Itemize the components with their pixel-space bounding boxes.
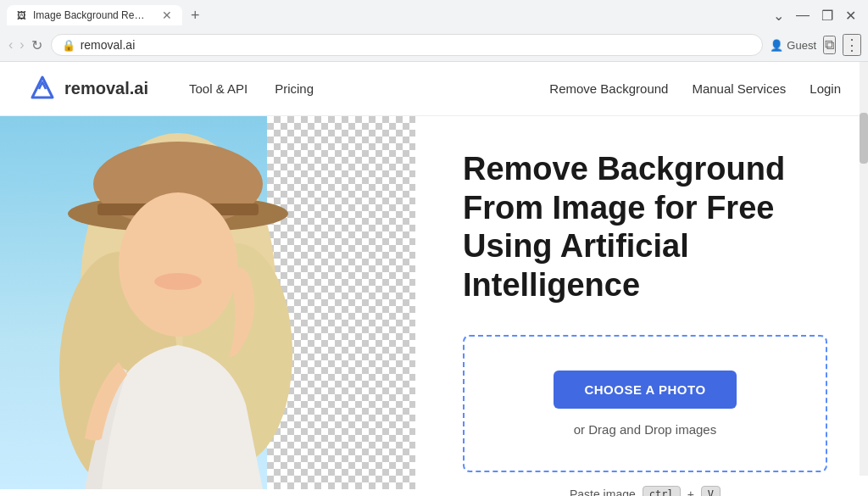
browser-tab[interactable]: 🖼 Image Background Remover | Re... ✕	[7, 5, 182, 25]
nav-link-tool-api[interactable]: Tool & API	[189, 81, 248, 96]
upload-area[interactable]: CHOOSE A PHOTO or Drag and Drop images	[463, 335, 827, 472]
address-bar-row: ‹ › ↻ 🔒 removal.ai 👤 Guest ⧉ ⋮	[0, 31, 868, 61]
choose-photo-button[interactable]: CHOOSE A PHOTO	[554, 371, 736, 409]
minimize-button[interactable]: —	[791, 6, 815, 25]
close-button[interactable]: ✕	[840, 6, 861, 25]
tab-title: Image Background Remover | Re...	[33, 9, 152, 21]
hero-image-demo	[0, 116, 415, 489]
svg-point-7	[154, 273, 202, 290]
maximize-button[interactable]: ❐	[816, 6, 838, 25]
person-illustration	[0, 116, 415, 489]
hero-section: Remove Background From Image for Free Us…	[0, 116, 868, 496]
hero-title: Remove Background From Image for Free Us…	[463, 150, 827, 304]
svg-point-6	[119, 192, 237, 337]
title-bar: 🖼 Image Background Remover | Re... ✕ + ⌄…	[0, 0, 868, 31]
drag-drop-text: or Drag and Drop images	[485, 422, 805, 437]
window-controls: ⌄ — ❐ ✕	[768, 6, 861, 25]
nav-right: Remove Background Manual Services Login	[549, 81, 841, 96]
url-text: removal.ai	[81, 38, 136, 52]
menu-button[interactable]: ⋮	[843, 34, 861, 56]
main-nav: removal.ai Tool & API Pricing Remove Bac…	[0, 62, 868, 116]
tab-close-button[interactable]: ✕	[162, 8, 172, 22]
nav-link-remove-background[interactable]: Remove Background	[549, 81, 668, 96]
logo-link[interactable]: removal.ai	[27, 74, 148, 104]
logo-icon	[27, 74, 58, 104]
browser-chrome: 🖼 Image Background Remover | Re... ✕ + ⌄…	[0, 0, 868, 62]
paste-area: Paste image ctrl + V	[463, 486, 827, 496]
ctrl-key: ctrl	[643, 486, 681, 496]
url-bar[interactable]: 🔒 removal.ai	[51, 34, 764, 56]
profile-icon: 👤	[770, 39, 783, 52]
nav-link-login[interactable]: Login	[810, 81, 841, 96]
profile-label: Guest	[787, 39, 816, 52]
image-container	[0, 116, 415, 489]
nav-links: Tool & API Pricing	[189, 81, 314, 96]
new-tab-button[interactable]: +	[191, 7, 200, 25]
sidebar-button[interactable]: ⧉	[823, 36, 836, 54]
paste-label: Paste image	[570, 488, 636, 496]
lock-icon: 🔒	[62, 39, 75, 52]
plus-sign: +	[687, 488, 694, 496]
back-button[interactable]: ‹	[7, 36, 14, 54]
nav-link-pricing[interactable]: Pricing	[275, 81, 314, 96]
scrollbar[interactable]	[860, 62, 868, 476]
expand-button[interactable]: ⌄	[768, 6, 789, 25]
tab-favicon: 🖼	[17, 10, 26, 20]
profile-button[interactable]: 👤 Guest	[770, 39, 816, 52]
forward-button[interactable]: ›	[18, 36, 25, 54]
v-key: V	[701, 486, 721, 496]
hero-content: Remove Background From Image for Free Us…	[415, 116, 868, 496]
logo-text: removal.ai	[64, 79, 148, 98]
website-content: removal.ai Tool & API Pricing Remove Bac…	[0, 62, 868, 496]
nav-buttons: ‹ › ↻	[7, 36, 44, 55]
nav-link-manual-services[interactable]: Manual Services	[692, 81, 786, 96]
reload-button[interactable]: ↻	[30, 36, 44, 55]
scrollbar-thumb[interactable]	[860, 113, 868, 164]
